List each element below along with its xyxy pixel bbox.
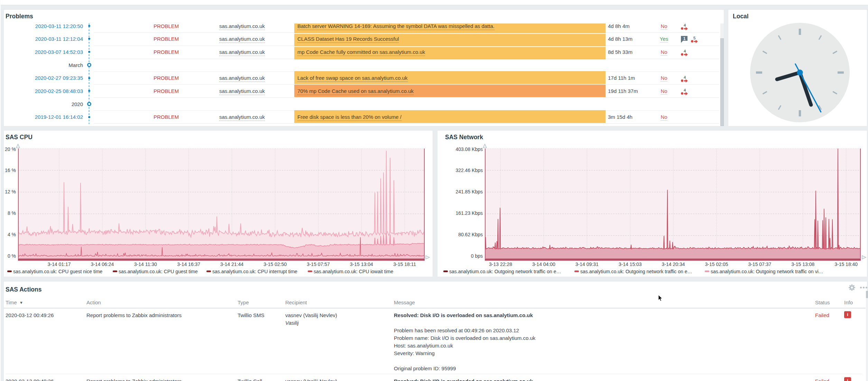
svg-text:1: 1 — [683, 36, 686, 41]
